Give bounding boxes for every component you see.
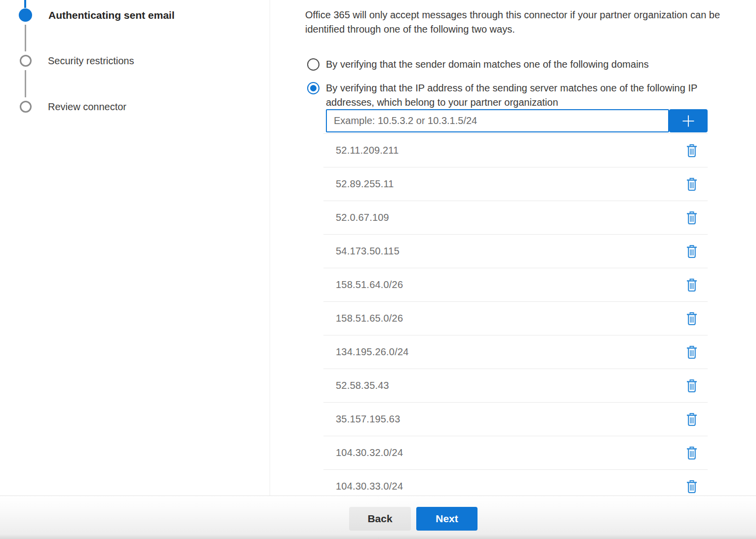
new-connector-wizard: Authenticating sent email Security restr… — [0, 0, 756, 539]
radio-selected-icon[interactable] — [307, 82, 319, 94]
ip-list-item: 35.157.195.63 — [323, 402, 708, 436]
ip-address-value: 104.30.32.0/24 — [336, 447, 403, 458]
trash-icon — [686, 379, 697, 392]
option-verify-sender-domain[interactable]: By verifying that the sender domain matc… — [307, 57, 649, 72]
back-button[interactable]: Back — [349, 507, 411, 531]
ip-address-value: 54.173.50.115 — [336, 246, 399, 257]
trash-icon — [686, 177, 697, 191]
trash-icon — [686, 278, 697, 291]
option-label[interactable]: By verifying that the sender domain matc… — [326, 57, 649, 72]
step-active-indicator-icon — [19, 8, 32, 22]
ip-list-item: 52.0.67.109 — [323, 201, 708, 234]
next-button[interactable]: Next — [416, 507, 477, 531]
ip-address-list: 52.11.209.211 52.89.255.11 — [323, 133, 708, 496]
trash-icon — [686, 245, 697, 258]
ip-list-item: 52.58.35.43 — [323, 369, 708, 402]
delete-ip-button[interactable] — [685, 277, 699, 293]
ip-address-input[interactable] — [326, 109, 669, 132]
ip-address-value: 52.0.67.109 — [336, 212, 389, 223]
trash-icon — [686, 480, 697, 493]
sidebar-content-divider — [270, 0, 270, 496]
ip-address-value: 134.195.26.0/24 — [336, 346, 409, 358]
step-authenticating-sent-email: Authenticating sent email — [19, 8, 175, 22]
ip-address-value: 52.89.255.11 — [336, 178, 394, 190]
step-label: Authenticating sent email — [48, 9, 175, 21]
ip-list-item: 52.89.255.11 — [323, 167, 708, 201]
step-label: Security restrictions — [48, 55, 134, 67]
delete-ip-button[interactable] — [685, 478, 699, 495]
ip-address-value: 158.51.64.0/26 — [336, 279, 403, 290]
step-review-connector: Review connector — [20, 101, 126, 113]
step-security-restrictions: Security restrictions — [20, 55, 134, 67]
delete-ip-button[interactable] — [685, 176, 699, 192]
ip-list-item: 134.195.26.0/24 — [323, 335, 708, 369]
add-ip-button[interactable] — [669, 109, 708, 132]
trash-icon — [686, 413, 697, 426]
step-connector-line-top — [24, 0, 26, 8]
ip-list-item: 158.51.64.0/26 — [323, 268, 708, 301]
ip-list-item: 104.30.32.0/24 — [323, 436, 708, 469]
trash-icon — [686, 211, 697, 224]
delete-ip-button[interactable] — [685, 344, 699, 360]
delete-ip-button[interactable] — [685, 445, 699, 461]
radio-unselected-icon[interactable] — [307, 58, 319, 71]
ip-list-item: 158.51.65.0/26 — [323, 301, 708, 335]
option-verify-ip-address[interactable]: By verifying that the IP address of the … — [307, 81, 743, 110]
trash-icon — [686, 144, 697, 157]
ip-address-value: 104.30.33.0/24 — [336, 481, 403, 492]
ip-address-value: 158.51.65.0/26 — [336, 313, 403, 324]
delete-ip-button[interactable] — [685, 142, 699, 159]
ip-list-item: 104.30.33.0/24 — [323, 469, 708, 496]
ip-address-value: 35.157.195.63 — [336, 414, 400, 425]
plus-icon — [680, 113, 696, 129]
delete-ip-button[interactable] — [685, 411, 699, 427]
step-label: Review connector — [48, 101, 126, 113]
ip-address-value: 52.58.35.43 — [336, 380, 389, 391]
ip-address-value: 52.11.209.211 — [336, 145, 399, 156]
delete-ip-button[interactable] — [685, 243, 699, 259]
delete-ip-button[interactable] — [685, 377, 699, 394]
delete-ip-button[interactable] — [685, 209, 699, 226]
option-label[interactable]: By verifying that the IP address of the … — [326, 81, 743, 110]
trash-icon — [686, 446, 697, 459]
delete-ip-button[interactable] — [685, 310, 699, 327]
step-upcoming-indicator-icon — [20, 55, 32, 67]
ip-list-item: 54.173.50.115 — [323, 234, 708, 268]
trash-icon — [686, 345, 697, 359]
step-upcoming-indicator-icon — [20, 101, 32, 113]
trash-icon — [686, 312, 697, 325]
intro-text: Office 365 will only accept messages thr… — [305, 8, 756, 37]
step-connector-line — [25, 70, 26, 97]
ip-list-item: 52.11.209.211 — [323, 133, 708, 167]
wizard-footer: Back Next — [0, 496, 756, 539]
step-connector-line — [25, 25, 26, 51]
